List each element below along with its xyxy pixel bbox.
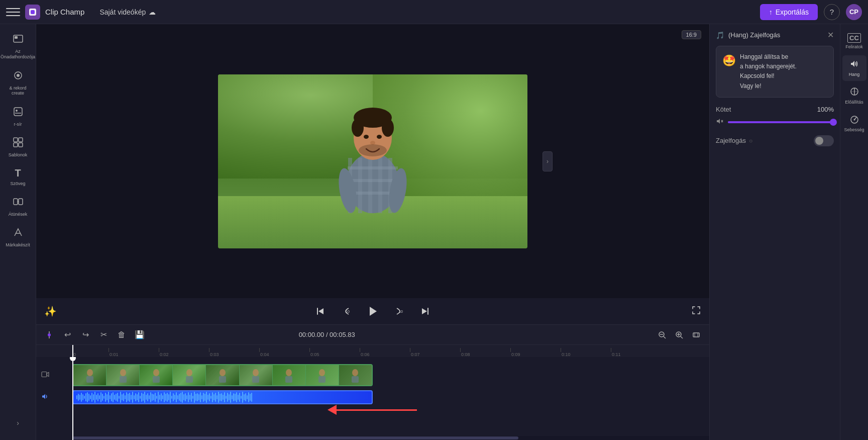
- svg-point-34: [359, 144, 387, 156]
- sidebar-item-speed[interactable]: Sebesség: [842, 111, 866, 136]
- volume-slider[interactable]: [728, 121, 834, 123]
- svg-point-71: [352, 369, 358, 376]
- sidebar-label-sticker: r-sír: [14, 122, 22, 127]
- play-button[interactable]: [365, 303, 381, 319]
- video-frame-thumb: [240, 365, 273, 385]
- video-track-clip[interactable]: [72, 364, 373, 386]
- sidebar-item-color[interactable]: Előállítás: [842, 83, 866, 109]
- noise-toggle[interactable]: [814, 135, 834, 146]
- tooltip-bubble: 🤩 Hanggal állítsa bea hangok hangerejét.…: [716, 46, 834, 98]
- noise-section: Zajelfogás ○: [716, 135, 834, 146]
- svg-point-33: [370, 141, 375, 145]
- zoom-out-button[interactable]: [655, 328, 669, 342]
- ruler-mark: 0:10: [561, 348, 611, 357]
- sidebar-item-text[interactable]: T Szöveg: [3, 163, 33, 190]
- sidebar-item-templates[interactable]: Sablonok: [3, 133, 33, 161]
- noise-label: Zajelfogás: [716, 137, 746, 144]
- arrow-line: [337, 409, 417, 411]
- playhead-handle[interactable]: [70, 357, 76, 361]
- video-frame-thumb: [73, 365, 106, 385]
- timeline-scrollbar-thumb[interactable]: [72, 436, 518, 439]
- video-frame-thumb: [173, 365, 206, 385]
- speed-label: Sebesség: [844, 127, 864, 132]
- media-icon: [13, 33, 24, 47]
- video-frame-thumb: [339, 365, 372, 385]
- cut-button[interactable]: ✂: [96, 328, 111, 342]
- svg-rect-6: [14, 108, 22, 116]
- menu-button[interactable]: [6, 5, 20, 19]
- panel-title: (Hang) Zajelfogás: [728, 31, 823, 39]
- magic-button[interactable]: ✨: [44, 305, 57, 317]
- delete-button[interactable]: 🗑: [115, 328, 129, 342]
- sidebar-item-transitions[interactable]: Átünések: [3, 192, 33, 221]
- fullscreen-button[interactable]: [691, 305, 701, 318]
- video-preview-area: 16:9: [36, 24, 709, 298]
- svg-text:10: 10: [346, 310, 350, 313]
- avatar-button[interactable]: CP: [846, 4, 862, 20]
- svg-rect-68: [285, 376, 292, 383]
- export-button[interactable]: ↑ Exportálás: [760, 4, 818, 20]
- timeline-ruler: 0 0:01 0:02 0:03 0:04 0:05 0:06 0:07 0:0…: [36, 345, 709, 357]
- captions-label: Feliratok: [845, 44, 863, 49]
- sidebar-expand-button[interactable]: ›: [3, 415, 33, 431]
- panel-header: 🎵 (Hang) Zajelfogás ✕: [716, 30, 834, 40]
- captions-icon: CC: [847, 33, 861, 43]
- skip-to-start-button[interactable]: [312, 303, 329, 319]
- volume-header: Kötet 100%: [716, 106, 834, 113]
- aspect-ratio-badge[interactable]: 16:9: [682, 30, 701, 39]
- panel-close-button[interactable]: ✕: [827, 30, 834, 40]
- ruler-mark: 0:01: [108, 348, 159, 357]
- video-frame-thumb: [306, 365, 339, 385]
- tooltip-emoji: 🤩: [722, 52, 736, 69]
- timeline-tracks: [36, 357, 709, 440]
- arrow-head: [328, 405, 337, 415]
- skip-to-end-button[interactable]: [417, 303, 433, 319]
- time-display: 00:00.00 / 00:05.83: [299, 331, 355, 338]
- save-button[interactable]: 💾: [133, 328, 147, 342]
- toggle-knob: [815, 137, 823, 145]
- video-frame: [218, 74, 527, 248]
- help-button[interactable]: ?: [824, 4, 840, 20]
- sidebar-item-audio[interactable]: Hang: [842, 55, 866, 81]
- svg-rect-56: [86, 376, 93, 383]
- topbar-left: Clip Champ Saját videókép ☁: [6, 5, 156, 20]
- audio-track-clip[interactable]: [72, 390, 373, 404]
- right-panel: 🎵 (Hang) Zajelfogás ✕ 🤩 Hanggal állítsa …: [709, 24, 840, 440]
- volume-thumb: [830, 119, 837, 126]
- video-frames: [73, 365, 372, 385]
- color-icon: [850, 87, 859, 98]
- app-title: Clip Champ: [45, 8, 84, 16]
- zoom-in-button[interactable]: [672, 328, 686, 342]
- center-panel: 16:9: [36, 24, 709, 440]
- templates-icon: [13, 137, 24, 150]
- record-icon: [13, 70, 24, 83]
- sidebar-item-captions[interactable]: CC Feliratok: [842, 29, 866, 53]
- snap-button[interactable]: [42, 328, 56, 342]
- right-panel-content: 🎵 (Hang) Zajelfogás ✕ 🤩 Hanggal állítsa …: [710, 24, 840, 440]
- fit-timeline-button[interactable]: [689, 328, 703, 342]
- volume-section: Kötet 100%: [716, 106, 834, 127]
- audio-track-row: [36, 388, 709, 406]
- forward-button[interactable]: 10: [391, 303, 407, 319]
- audio-icon: [850, 59, 859, 70]
- sidebar-label-text: Szöveg: [10, 181, 25, 186]
- collapse-right-panel-button[interactable]: ›: [542, 151, 553, 171]
- sidebar-item-media[interactable]: Az Önadathordozója: [3, 29, 33, 64]
- zoom-controls: [655, 328, 703, 342]
- rewind-button[interactable]: 10: [339, 303, 355, 319]
- svg-rect-11: [14, 143, 18, 147]
- right-icons-sidebar: CC Feliratok Hang Előállítás: [840, 24, 868, 440]
- svg-rect-66: [252, 376, 259, 383]
- svg-point-57: [120, 369, 126, 376]
- undo-button[interactable]: ↩: [60, 328, 74, 342]
- ruler-mark: 0:02: [159, 348, 209, 357]
- redo-button[interactable]: ↪: [78, 328, 92, 342]
- sidebar-item-record[interactable]: & rekord create: [3, 66, 33, 101]
- svg-line-48: [681, 336, 683, 338]
- timeline-scrollbar-container: [72, 436, 709, 440]
- sidebar-item-brand[interactable]: Márkakészít: [3, 223, 33, 251]
- ruler-mark: 0:07: [410, 348, 460, 357]
- svg-rect-60: [153, 376, 160, 383]
- timeline-playhead: [72, 357, 73, 440]
- sidebar-item-sticker[interactable]: r-sír: [3, 102, 33, 131]
